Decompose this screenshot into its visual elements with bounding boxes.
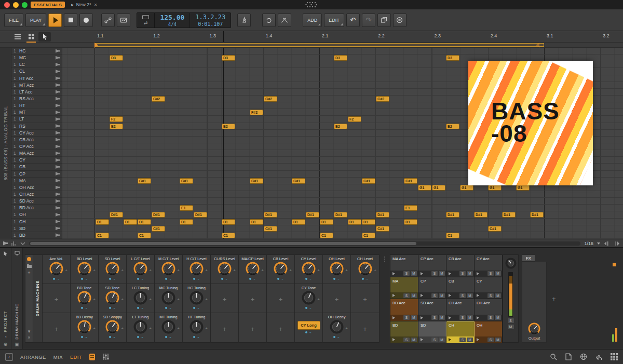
pad-play-icon[interactable] (449, 294, 451, 297)
scrollbar-handle[interactable] (30, 242, 416, 245)
pad-mute-button[interactable]: M (467, 293, 473, 298)
note-ds1[interactable]: D#1 (152, 212, 165, 218)
lane-cb-acc[interactable]: 1CB Acc (11, 137, 62, 143)
note-cs1[interactable]: C#1 (264, 226, 277, 232)
note-ds1[interactable]: D#1 (474, 212, 487, 218)
song-position[interactable]: 1.3.2.23 (195, 14, 225, 21)
pad-ma-acc[interactable]: MA AccSM (390, 255, 418, 277)
note-f2[interactable]: F2 (348, 116, 361, 122)
pad-mute-button[interactable]: M (439, 338, 445, 342)
automation-write-button[interactable] (101, 14, 115, 27)
knob-dial[interactable] (273, 261, 288, 276)
pad-play-icon[interactable] (421, 338, 423, 341)
mod-amount-plus[interactable]: + (149, 326, 152, 331)
note-ds1[interactable]: D#1 (530, 212, 544, 218)
macro-sd-snappy[interactable]: SD Snappy +→ (99, 313, 127, 343)
pad-ma[interactable]: MASM (390, 277, 418, 300)
pad-bd-acc[interactable]: BD AccSM (390, 299, 418, 321)
lane-lc[interactable]: 1LC (11, 61, 62, 68)
pad-sd[interactable]: SDSM (418, 321, 446, 344)
knob-dial[interactable] (189, 319, 204, 334)
pad-play-icon[interactable] (449, 272, 451, 275)
macro-mt-tuning[interactable]: MT Tuning +→ (155, 313, 183, 343)
note-d3[interactable]: D3 (334, 55, 347, 61)
knob-dial[interactable] (105, 261, 120, 276)
lane-speaker-icon[interactable] (56, 206, 60, 210)
lane-speaker-icon[interactable] (56, 56, 60, 60)
metronome-button[interactable] (237, 14, 251, 27)
macro-cy-tone[interactable]: CY Tone +→ (295, 284, 323, 313)
pad-play-icon[interactable] (392, 294, 395, 297)
macro-l-c-t-level[interactable]: L C/T Level +→ (127, 255, 155, 284)
lane-speaker-icon[interactable] (56, 172, 60, 176)
pad-solo-button[interactable]: S (459, 338, 466, 342)
pad-cy[interactable]: CYSM (475, 277, 503, 300)
lane-lt[interactable]: 1LT (11, 116, 62, 123)
lane-bd[interactable]: 1BD (11, 232, 62, 239)
lane-cy[interactable]: 1CY (11, 157, 62, 164)
macro-bd-level[interactable]: BD Level +→ (71, 255, 99, 284)
knob-dial[interactable] (77, 290, 92, 305)
project-panel-tab[interactable]: PROJECT ◔ ⊕ (0, 248, 11, 349)
tempo-value[interactable]: 125.00 (160, 14, 184, 21)
note-d1[interactable]: D1 (124, 219, 137, 225)
lane-speaker-icon[interactable] (56, 70, 60, 73)
modulation-source-icon[interactable]: → (53, 277, 60, 280)
note-ds1[interactable]: D#1 (502, 212, 516, 218)
modulation-source-icon[interactable]: → (305, 306, 312, 309)
empty-macro-slot[interactable]: + (323, 284, 351, 313)
mod-amount-plus[interactable]: + (345, 268, 348, 273)
mod-amount-plus[interactable]: + (93, 326, 96, 331)
pad-sd-acc[interactable]: SD AccSM (418, 299, 446, 321)
loop-toggle-button[interactable] (262, 14, 276, 27)
output-knob[interactable] (527, 322, 541, 335)
macro-oh-decay[interactable]: OH Decay +→ (323, 313, 351, 343)
macro-mc-tuning[interactable]: MC Tuning +→ (155, 284, 183, 313)
mod-amount-plus[interactable]: + (261, 268, 264, 273)
macro-cy-level[interactable]: CY Level +→ (295, 255, 323, 284)
note-d1[interactable]: D1 (180, 219, 193, 225)
pad-solo-button[interactable]: S (403, 315, 410, 320)
note-d1[interactable]: D1 (362, 219, 375, 225)
lane-speaker-icon[interactable] (56, 124, 60, 128)
undo-button[interactable]: ↶ (346, 14, 360, 27)
minimize-window-button[interactable] (13, 2, 19, 8)
mod-amount-plus[interactable]: + (345, 326, 348, 331)
pad-mute-button[interactable]: M (411, 293, 417, 298)
note-c1[interactable]: C1 (138, 233, 151, 238)
device-power-button[interactable] (27, 257, 31, 261)
zoom-out-icon[interactable] (604, 241, 610, 246)
mod-amount-plus[interactable]: + (149, 268, 152, 273)
pad-solo-button[interactable]: S (431, 293, 438, 298)
display-mode-segment[interactable]: ⇄ (137, 13, 155, 28)
note-ds1[interactable]: D#1 (334, 212, 347, 218)
knob-dial[interactable] (161, 261, 176, 276)
delete-button[interactable] (393, 14, 407, 27)
fold-notes-icon[interactable] (20, 241, 25, 246)
empty-macro-slot[interactable]: + (351, 284, 379, 313)
lane-speaker-icon[interactable] (56, 97, 60, 101)
clock-icon[interactable]: ◔ (4, 335, 7, 340)
macro-m-c-t-level[interactable]: M C/T Level +→ (155, 255, 183, 284)
duplicate-button[interactable] (377, 14, 391, 27)
note-gs1[interactable]: G#1 (404, 178, 417, 184)
note-gs1[interactable]: G#1 (180, 178, 193, 184)
pad-play-icon[interactable] (477, 294, 479, 297)
pad-mute-button[interactable]: M (495, 271, 501, 276)
mod-amount-plus[interactable]: + (289, 268, 292, 273)
empty-macro-slot[interactable]: + (211, 284, 239, 313)
macro-oh-level[interactable]: OH Level +→ (323, 255, 351, 284)
macro-cb-level[interactable]: CB Level +→ (267, 255, 295, 284)
knob-dial[interactable] (133, 290, 148, 305)
pad-mute-button[interactable]: M (439, 315, 445, 320)
empty-macro-slot[interactable]: + (351, 313, 379, 343)
note-g1[interactable]: G1 (460, 185, 473, 191)
time-signature[interactable]: 4/4 (168, 22, 177, 27)
grid-resolution-value[interactable]: 1/16 (584, 241, 593, 246)
expand-icon[interactable]: ▾ (28, 329, 31, 334)
note-d1[interactable]: D1 (138, 219, 151, 225)
pad-play-icon[interactable] (421, 316, 423, 319)
pad-cb[interactable]: CBSM (446, 277, 475, 300)
pad-solo-button[interactable]: S (431, 315, 438, 320)
note-d1[interactable]: D1 (320, 219, 333, 225)
